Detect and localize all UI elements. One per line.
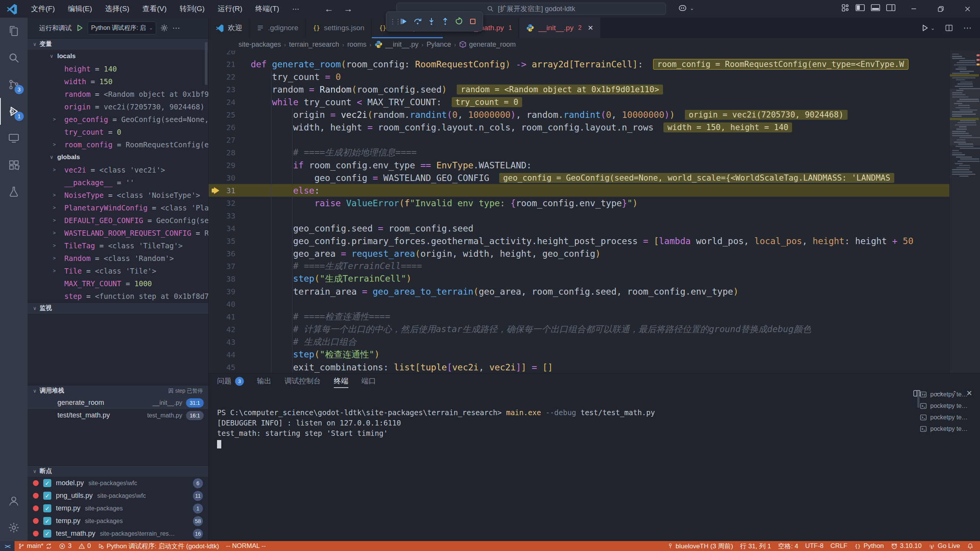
breakpoint-row[interactable]: ✓png_utils.pysite-packages\wfc11: [28, 489, 208, 502]
section-variables[interactable]: ∨ 变量: [28, 38, 208, 50]
python-version[interactable]: 3.10.10: [887, 541, 925, 551]
menu-选择(S)[interactable]: 选择(S): [99, 2, 136, 15]
code-line[interactable]: 29 if room_config.env_type == EnvType.WA…: [209, 159, 949, 171]
activity-search[interactable]: [0, 44, 28, 71]
encoding[interactable]: UTF-8: [802, 541, 827, 551]
activity-extensions[interactable]: [0, 152, 28, 178]
stop-button[interactable]: [466, 14, 480, 29]
variable-row[interactable]: >WASTELAND_ROOM_REQUEST_CONFIG = RoomR…: [28, 227, 208, 239]
more-actions-icon[interactable]: ⋯: [963, 23, 972, 33]
variable-row[interactable]: __package__ = '': [28, 176, 208, 189]
activity-explorer[interactable]: [0, 18, 28, 44]
language-mode[interactable]: {}Python: [851, 541, 887, 551]
minimize-button[interactable]: [903, 0, 925, 18]
panel-tab-端口[interactable]: 端口: [361, 373, 376, 389]
terminal-list-scrollbar[interactable]: [917, 391, 920, 408]
breadcrumb-item[interactable]: generate_room: [459, 41, 516, 49]
variable-row[interactable]: >Random = <class 'Random'>: [28, 252, 208, 264]
scope-locals[interactable]: ∨locals: [28, 50, 208, 62]
tab-.gdignore[interactable]: .gdignore: [250, 18, 305, 38]
panel-tab-输出[interactable]: 输出: [257, 373, 271, 389]
code-line[interactable]: 38 step("生成TerrainCell"): [209, 272, 949, 285]
tab-settings.json[interactable]: {}settings.json: [305, 18, 372, 38]
variable-row[interactable]: height = 140: [28, 62, 208, 75]
notifications[interactable]: [964, 541, 977, 551]
debug-session[interactable]: Python 调试程序: 启动文件 (godot-ldtk): [94, 541, 222, 551]
code-line[interactable]: 41 # ====检查连通性====: [209, 310, 949, 323]
stack-frame[interactable]: test/test_math.pytest_math.py16:1: [28, 409, 208, 422]
section-callstack[interactable]: ∨ 调用堆栈 因 step 已暂停: [28, 385, 208, 396]
variable-row[interactable]: >Tile = <class 'Tile'>: [28, 264, 208, 277]
tab-欢迎[interactable]: 欢迎: [209, 18, 250, 38]
split-editor-icon[interactable]: [945, 24, 953, 32]
code-line[interactable]: 30 geo_config = WASTELAND_GEO_CONFIGgeo_…: [209, 171, 949, 184]
breadcrumb-item[interactable]: rooms: [347, 41, 366, 49]
menu-查看(V)[interactable]: 查看(V): [136, 2, 173, 15]
toggle-secondary-sidebar-icon[interactable]: [886, 3, 896, 12]
git-branch[interactable]: main*: [15, 541, 56, 551]
restart-button[interactable]: [452, 14, 466, 29]
code-line[interactable]: 25 origin = vec2i(random.randint(0, 1000…: [209, 108, 949, 121]
breakpoint-checkbox[interactable]: ✓: [43, 517, 51, 525]
activity-account[interactable]: [0, 487, 28, 514]
toggle-panel-icon[interactable]: [871, 3, 880, 12]
breakpoint-row[interactable]: ✓temp.pysite-packages1: [28, 502, 208, 515]
nav-back-button[interactable]: ←: [324, 3, 333, 14]
breakpoint-row[interactable]: ✓temp.pysite-packages58: [28, 515, 208, 527]
code-line[interactable]: 40: [209, 298, 949, 310]
toggle-sidebar-icon[interactable]: [855, 3, 865, 12]
code-line[interactable]: 31 else:: [209, 184, 949, 197]
variable-row[interactable]: width = 150: [28, 75, 208, 88]
activity-settings[interactable]: [0, 514, 28, 541]
code-line[interactable]: 33: [209, 209, 949, 222]
code-line[interactable]: 22 try_count = 0: [209, 70, 949, 83]
code-line[interactable]: 36 geo_area = request_area(origin, width…: [209, 247, 949, 260]
code-line[interactable]: 28 # ====生成初始地理信息====: [209, 146, 949, 159]
cursor-position[interactable]: 行 31, 列 1: [737, 541, 774, 551]
code-line[interactable]: 21def generate_room(room_config: RoomReq…: [209, 58, 949, 70]
terminal-instance[interactable]: pocketpy te…: [920, 400, 977, 412]
scope-globals[interactable]: ∨globals: [28, 151, 208, 163]
panel-tab-调试控制台[interactable]: 调试控制台: [284, 373, 321, 389]
variable-row[interactable]: >vec2i = <class 'vec2i'>: [28, 163, 208, 176]
variable-row[interactable]: MAX_TRY_COUNT = 1000: [28, 277, 208, 290]
errors[interactable]: 3: [56, 541, 75, 551]
variable-row[interactable]: >TileTag = <class 'TileTag'>: [28, 239, 208, 252]
breadcrumb-item[interactable]: __init__.py: [374, 40, 418, 49]
activity-source-control[interactable]: 3: [0, 71, 28, 98]
customize-layout-icon[interactable]: [841, 3, 850, 12]
continue-button[interactable]: [397, 14, 411, 29]
code-line[interactable]: 44 step("检查连通性"): [209, 348, 949, 361]
menu-文件(F)[interactable]: 文件(F): [24, 2, 61, 15]
terminal-instance[interactable]: pocketpy te…: [920, 423, 977, 435]
minimap-slider[interactable]: [950, 89, 980, 145]
terminal-output[interactable]: PS C:\computer_science\godot-ldtk\site-p…: [209, 398, 980, 449]
breakpoint-checkbox[interactable]: ✓: [43, 530, 51, 538]
warnings[interactable]: 0: [75, 541, 94, 551]
sidebar-scrollbar[interactable]: [205, 42, 207, 85]
debug-config-dropdown[interactable]: Python 调试程序: 启 ⌄: [88, 21, 156, 34]
section-watch[interactable]: ∨ 监视: [28, 302, 208, 314]
code-line[interactable]: 24 while try_count < MAX_TRY_COUNT:try_c…: [209, 96, 949, 108]
nav-forward-button[interactable]: →: [343, 3, 353, 14]
variable-row[interactable]: >DEFAULT_GEO_CONFIG = GeoConfig(seed=1…: [28, 214, 208, 227]
breadcrumb-item[interactable]: terrain_research: [289, 41, 339, 49]
debug-settings-gear-icon[interactable]: [160, 24, 168, 32]
code-line[interactable]: 23 random = Random(room_config.seed)rand…: [209, 83, 949, 96]
menu-终端(T)[interactable]: 终端(T): [249, 2, 286, 15]
menu-more[interactable]: ⋯: [286, 2, 306, 15]
code-editor[interactable]: 2021def generate_room(room_config: RoomR…: [209, 51, 980, 373]
step-over-button[interactable]: [411, 14, 425, 29]
activity-remote-explorer[interactable]: [0, 125, 28, 152]
code-line[interactable]: 43 # 生成出口组合: [209, 336, 949, 348]
code-line[interactable]: 26 width, height = room_config.layout.n_…: [209, 121, 949, 134]
variable-row[interactable]: origin = vec2i(7205730, 9024468): [28, 100, 208, 113]
activity-testing[interactable]: [0, 178, 28, 205]
variable-row[interactable]: step = <function step at 0x1bf8d716d…: [28, 290, 208, 302]
terminal-instance[interactable]: pocketpy te…: [920, 389, 977, 400]
stack-frame[interactable]: generate_room__init__.py31:1: [28, 396, 208, 409]
breakpoint-checkbox[interactable]: ✓: [43, 492, 51, 500]
variable-row[interactable]: >NoiseType = <class 'NoiseType'>: [28, 189, 208, 201]
code-line[interactable]: 39 terrain_area = geo_area_to_terrain(ge…: [209, 285, 949, 298]
code-line[interactable]: 27: [209, 134, 949, 146]
